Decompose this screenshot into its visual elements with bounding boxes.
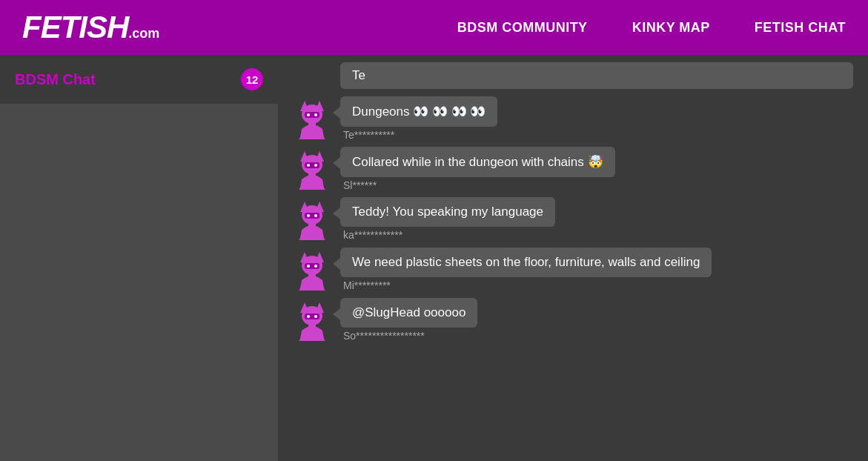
username: Mi********* xyxy=(340,279,712,291)
sidebar-item-bdsm-chat[interactable]: BDSM Chat 12 xyxy=(0,55,278,104)
svg-rect-13 xyxy=(308,173,316,179)
svg-point-4 xyxy=(307,113,310,116)
message-bubble: Teddy! You speaking my language xyxy=(340,197,555,227)
svg-point-33 xyxy=(314,315,317,318)
username: Te********** xyxy=(340,129,497,141)
message-bubble: We need plastic sheets on the floor, fur… xyxy=(340,248,712,277)
svg-rect-20 xyxy=(308,223,316,229)
svg-point-18 xyxy=(307,214,310,217)
svg-point-25 xyxy=(307,265,310,268)
svg-point-5 xyxy=(314,113,317,116)
svg-point-12 xyxy=(314,164,317,167)
sidebar-item-label: BDSM Chat xyxy=(15,71,96,88)
message-content: We need plastic sheets on the floor, fur… xyxy=(340,248,712,291)
main-layout: BDSM Chat 12 Te Du xyxy=(0,55,868,461)
username: So***************** xyxy=(340,330,477,342)
message-content: Teddy! You speaking my language ka******… xyxy=(340,197,555,241)
chat-message: Dungeons 👀 👀 👀 👀 Te********** xyxy=(293,96,853,141)
message-content: @SlugHead oooooo So***************** xyxy=(340,298,477,342)
svg-point-32 xyxy=(307,315,310,318)
chat-area[interactable]: Te Dungeons 👀 👀 👀 👀 Te********** xyxy=(278,55,868,461)
svg-point-19 xyxy=(314,214,317,217)
chat-message: We need plastic sheets on the floor, fur… xyxy=(293,248,853,292)
avatar xyxy=(293,298,331,342)
svg-point-11 xyxy=(307,164,310,167)
partial-message: Te xyxy=(340,62,853,89)
svg-point-26 xyxy=(314,265,317,268)
avatar xyxy=(293,197,331,242)
svg-rect-27 xyxy=(308,273,316,279)
message-content: Dungeons 👀 👀 👀 👀 Te********** xyxy=(340,96,497,141)
message-bubble: Collared while in the dungeon with chain… xyxy=(340,147,615,177)
nav-bdsm-community[interactable]: BDSM COMMUNITY xyxy=(457,20,588,36)
avatar xyxy=(293,96,331,141)
message-bubble: @SlugHead oooooo xyxy=(340,298,477,328)
nav-kinky-map[interactable]: KINKY MAP xyxy=(632,20,710,36)
unread-badge: 12 xyxy=(241,68,263,90)
sidebar: BDSM Chat 12 xyxy=(0,55,278,461)
nav: BDSM COMMUNITY KINKY MAP FETISH CHAT xyxy=(457,20,846,36)
username: Sl****** xyxy=(340,179,615,191)
avatar xyxy=(293,248,331,292)
message-bubble: Dungeons 👀 👀 👀 👀 xyxy=(340,96,497,127)
nav-fetish-chat[interactable]: FETISH CHAT xyxy=(755,20,846,36)
avatar xyxy=(293,147,331,191)
logo: FETISH .com xyxy=(22,10,159,45)
logo-fetish: FETISH xyxy=(22,10,128,45)
username: ka************ xyxy=(340,229,555,241)
logo-dot-com: .com xyxy=(128,26,159,42)
chat-message: @SlugHead oooooo So***************** xyxy=(293,298,853,342)
svg-rect-6 xyxy=(308,122,316,128)
header: FETISH .com BDSM COMMUNITY KINKY MAP FET… xyxy=(0,0,868,55)
chat-message: Collared while in the dungeon with chain… xyxy=(293,147,853,191)
message-content: Collared while in the dungeon with chain… xyxy=(340,147,615,191)
chat-message: Teddy! You speaking my language ka******… xyxy=(293,197,853,242)
svg-rect-34 xyxy=(308,324,316,330)
